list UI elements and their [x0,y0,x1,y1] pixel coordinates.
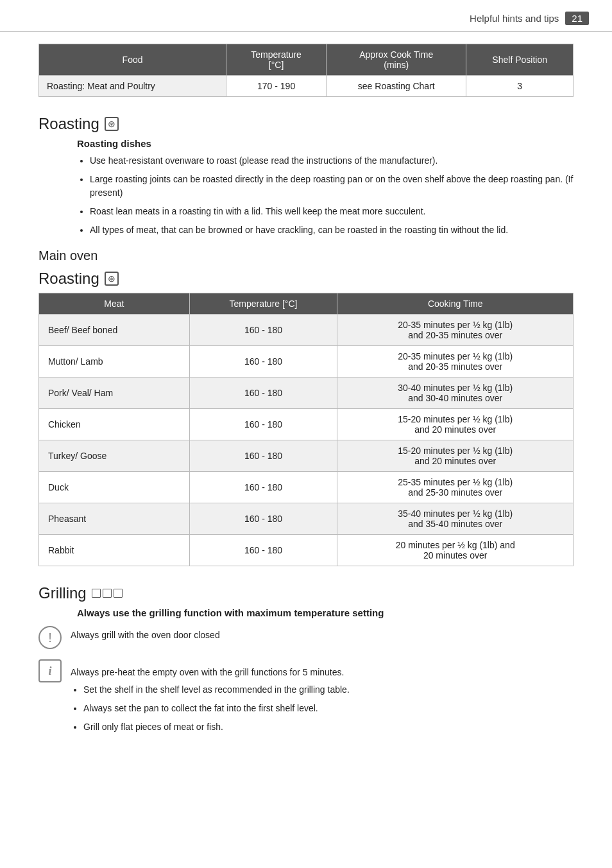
temperature-cell: 160 - 180 [189,440,337,472]
grilling-heading: Grilling [38,584,574,602]
cooking-time-cell: 20 minutes per ½ kg (1lb) and20 minutes … [337,535,574,566]
cook-time-cell: see Roasting Chart [327,76,466,97]
header-title: Helpful hints and tips [470,13,559,24]
roasting-heading-2: Roasting [38,270,574,288]
roasting-label-2: Roasting [38,270,99,288]
temperature-cell: 170 - 190 [226,76,327,97]
list-item: Use heat-resistant ovenware to roast (pl… [90,154,574,168]
meat-cell: Pork/ Veal/ Ham [39,378,190,409]
col-header-shelf-position: Shelf Position [466,44,574,76]
page-header: Helpful hints and tips 21 [0,0,612,32]
shelf-position-cell: 3 [466,76,574,97]
roasting-col-meat: Meat [39,293,190,315]
roasting-sub-heading: Roasting dishes [77,138,574,149]
roast-icon [105,117,119,131]
cooking-time-cell: 15-20 minutes per ½ kg (1lb)and 20 minut… [337,409,574,440]
table-row: Roasting: Meat and Poultry 170 - 190 see… [39,76,574,97]
col-header-food: Food [39,44,226,76]
info-icon: i [38,659,62,682]
roasting-col-temp: Temperature [°C] [189,293,337,315]
info-box: i Always pre-heat the empty oven with th… [38,658,574,744]
roasting-col-time: Cooking Time [337,293,574,315]
warning-text: Always grill with the oven door closed [71,625,220,642]
temperature-cell: 160 - 180 [189,503,337,535]
temperature-cell: 160 - 180 [189,409,337,440]
meat-cell: Pheasant [39,503,190,535]
cooking-time-cell: 25-35 minutes per ½ kg (1lb)and 25-30 mi… [337,472,574,503]
roasting-table: Meat Temperature [°C] Cooking Time Beef/… [38,293,574,566]
roast-icon-2 [105,272,119,286]
cooking-time-cell: 20-35 minutes per ½ kg (1lb)and 20-35 mi… [337,346,574,378]
grilling-subtitle: Always use the grilling function with ma… [77,607,574,618]
list-item: Grill only flat pieces of meat or fish. [83,720,350,734]
meat-cell: Duck [39,472,190,503]
temperature-cell: 160 - 180 [189,315,337,346]
roasting-label: Roasting [38,115,99,133]
grill-icon [92,589,123,598]
list-item: Roast lean meats in a roasting tin with … [90,205,574,218]
list-item: Always set the pan to collect the fat in… [83,702,350,715]
temperature-cell: 160 - 180 [189,472,337,503]
food-cell: Roasting: Meat and Poultry [39,76,226,97]
cooking-time-cell: 35-40 minutes per ½ kg (1lb)and 35-40 mi… [337,503,574,535]
cooking-time-cell: 15-20 minutes per ½ kg (1lb)and 20 minut… [337,440,574,472]
list-item: Large roasting joints can be roasted dir… [90,173,574,200]
grilling-label: Grilling [38,584,87,602]
col-header-cook-time: Approx Cook Time(mins) [327,44,466,76]
temperature-cell: 160 - 180 [189,346,337,378]
warning-box: ! Always grill with the oven door closed [38,625,574,649]
page-number: 21 [565,12,589,25]
top-table: Food Temperature[°C] Approx Cook Time(mi… [38,44,574,97]
table-row: Beef/ Beef boned 160 - 180 20-35 minutes… [39,315,574,346]
info-text: Always pre-heat the empty oven with the … [71,662,350,679]
table-row: Pheasant 160 - 180 35-40 minutes per ½ k… [39,503,574,535]
temperature-cell: 160 - 180 [189,378,337,409]
main-oven-heading: Main oven [38,248,574,263]
list-item: All types of meat, that can be browned o… [90,223,574,237]
meat-cell: Rabbit [39,535,190,566]
cooking-time-cell: 20-35 minutes per ½ kg (1lb)and 20-35 mi… [337,315,574,346]
roasting-heading: Roasting [38,115,574,133]
info-bullets-list: Set the shelf in the shelf level as reco… [83,683,350,734]
meat-cell: Turkey/ Goose [39,440,190,472]
meat-cell: Chicken [39,409,190,440]
meat-cell: Beef/ Beef boned [39,315,190,346]
table-row: Pork/ Veal/ Ham 160 - 180 30-40 minutes … [39,378,574,409]
roasting-bullets-list: Use heat-resistant ovenware to roast (pl… [90,154,574,237]
table-row: Rabbit 160 - 180 20 minutes per ½ kg (1l… [39,535,574,566]
list-item: Set the shelf in the shelf level as reco… [83,683,350,697]
main-content: Food Temperature[°C] Approx Cook Time(mi… [0,44,612,779]
meat-cell: Mutton/ Lamb [39,346,190,378]
table-row: Duck 160 - 180 25-35 minutes per ½ kg (1… [39,472,574,503]
col-header-temperature: Temperature[°C] [226,44,327,76]
table-row: Chicken 160 - 180 15-20 minutes per ½ kg… [39,409,574,440]
table-row: Mutton/ Lamb 160 - 180 20-35 minutes per… [39,346,574,378]
table-row: Turkey/ Goose 160 - 180 15-20 minutes pe… [39,440,574,472]
cooking-time-cell: 30-40 minutes per ½ kg (1lb)and 30-40 mi… [337,378,574,409]
temperature-cell: 160 - 180 [189,535,337,566]
warning-icon: ! [38,626,62,649]
